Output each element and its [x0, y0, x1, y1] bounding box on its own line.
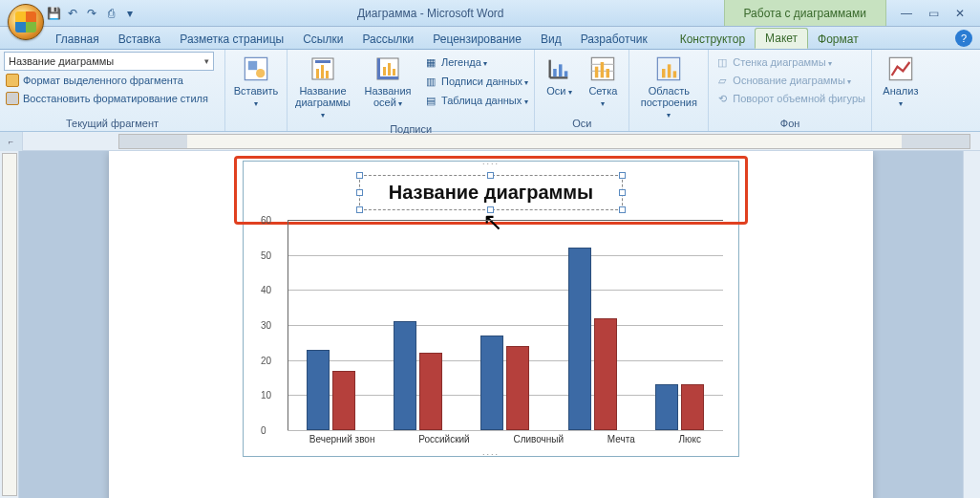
- chart-title-label: Название диаграммы: [295, 85, 351, 119]
- group-analysis: Анализ: [872, 50, 929, 131]
- data-table-label: Таблица данных: [441, 95, 528, 106]
- svg-rect-16: [554, 69, 558, 76]
- bar[interactable]: [394, 321, 416, 430]
- minimize-button[interactable]: —: [896, 5, 917, 22]
- y-tick-label: 40: [261, 285, 271, 295]
- reset-style-button[interactable]: Восстановить форматирование стиля: [4, 90, 221, 107]
- print-icon[interactable]: ⎙: [103, 6, 118, 21]
- chart-title-text[interactable]: Название диаграммы: [389, 182, 593, 203]
- data-labels-icon: ▥: [423, 74, 438, 89]
- bar-group: [568, 220, 617, 430]
- insert-button[interactable]: Вставить: [229, 52, 283, 111]
- bar-group: [655, 220, 704, 430]
- restore-button[interactable]: ▭: [923, 5, 944, 22]
- chart-element-selector-value: Название диаграммы: [9, 55, 114, 67]
- svg-rect-7: [326, 71, 329, 78]
- chart-object[interactable]: Название диаграммы ↖ 0102030405060 Вечер…: [243, 161, 739, 457]
- office-button[interactable]: [8, 4, 44, 40]
- bar-group: [307, 220, 355, 430]
- axis-titles-button[interactable]: Названия осей: [356, 52, 419, 111]
- tab-format[interactable]: Формат: [808, 30, 868, 49]
- chart-plot-area[interactable]: 0102030405060: [288, 220, 723, 430]
- window-title: Диаграмма - Microsoft Word: [138, 7, 724, 20]
- group-axes-label: Оси: [539, 117, 625, 131]
- axes-icon: [544, 54, 573, 83]
- format-selection-label: Формат выделенного фрагмента: [23, 75, 183, 86]
- bar[interactable]: [506, 346, 529, 430]
- tab-home[interactable]: Главная: [46, 30, 109, 49]
- bar[interactable]: [681, 384, 704, 430]
- bar[interactable]: [480, 336, 503, 430]
- context-title: Работа с диаграммами: [724, 0, 887, 26]
- ribbon: Название диаграммы Формат выделенного фр…: [0, 50, 980, 132]
- tab-page-layout[interactable]: Разметка страницы: [170, 30, 293, 49]
- svg-point-2: [256, 69, 265, 77]
- tab-insert[interactable]: Вставка: [109, 30, 171, 49]
- data-labels-button[interactable]: ▥Подписи данных: [421, 73, 530, 90]
- data-table-button[interactable]: ▤Таблица данных: [421, 92, 530, 109]
- rotation-3d-label: Поворот объемной фигуры: [733, 93, 865, 104]
- gridlines-button[interactable]: Сетка: [581, 52, 625, 111]
- chart-title-button[interactable]: Название диаграммы: [291, 52, 354, 122]
- group-background-label: Фон: [713, 117, 867, 131]
- bars-container: [288, 220, 723, 430]
- group-insert: Вставить: [225, 50, 288, 131]
- save-icon[interactable]: 💾: [46, 6, 61, 21]
- svg-rect-6: [321, 65, 324, 78]
- close-button[interactable]: ✕: [949, 5, 970, 22]
- page: Название диаграммы ↖ 0102030405060 Вечер…: [109, 151, 873, 498]
- svg-rect-24: [607, 69, 610, 77]
- analysis-button[interactable]: Анализ: [876, 52, 926, 111]
- vertical-ruler[interactable]: [0, 151, 19, 498]
- legend-label: Легенда: [441, 56, 487, 68]
- axis-titles-label: Названия осей: [362, 85, 414, 108]
- plot-area-button[interactable]: Область построения: [633, 52, 704, 122]
- svg-rect-12: [388, 63, 391, 76]
- chart-title-box[interactable]: Название диаграммы: [359, 175, 623, 210]
- tab-review[interactable]: Рецензирование: [423, 30, 531, 49]
- tab-developer[interactable]: Разработчик: [571, 30, 657, 49]
- redo-icon[interactable]: ↷: [84, 6, 99, 21]
- bar[interactable]: [307, 350, 330, 430]
- chart-wall-button: ◫Стенка диаграммы: [713, 54, 867, 71]
- bar[interactable]: [655, 384, 678, 430]
- tab-references[interactable]: Ссылки: [293, 30, 352, 49]
- svg-rect-23: [601, 62, 605, 77]
- qat-more-icon[interactable]: ▾: [122, 6, 138, 21]
- svg-rect-9: [377, 58, 380, 79]
- chart-element-selector[interactable]: Название диаграммы: [4, 52, 214, 71]
- undo-icon[interactable]: ↶: [65, 6, 80, 21]
- chart-title-icon: [309, 54, 337, 83]
- window-controls: — ▭ ✕: [886, 5, 980, 22]
- bar-group: [394, 220, 442, 430]
- bar[interactable]: [332, 371, 355, 430]
- legend-button[interactable]: ▦Легенда: [421, 54, 530, 71]
- svg-rect-11: [383, 67, 386, 76]
- group-current-fragment: Название диаграммы Формат выделенного фр…: [0, 50, 225, 131]
- gridline: [288, 430, 723, 431]
- ribbon-tabs: Главная Вставка Разметка страницы Ссылки…: [0, 27, 980, 50]
- bar[interactable]: [568, 248, 591, 430]
- svg-rect-18: [565, 71, 568, 76]
- help-icon[interactable]: ?: [955, 30, 972, 47]
- bar[interactable]: [594, 318, 617, 430]
- tab-design[interactable]: Конструктор: [671, 30, 755, 49]
- axis-titles-icon: [373, 54, 402, 83]
- document-area[interactable]: Название диаграммы ↖ 0102030405060 Вечер…: [19, 151, 963, 498]
- tab-layout[interactable]: Макет: [755, 28, 808, 49]
- bar[interactable]: [419, 353, 442, 430]
- data-table-icon: ▤: [423, 93, 438, 108]
- plot-area-icon: [654, 54, 683, 83]
- axes-button[interactable]: Оси: [539, 52, 579, 99]
- horizontal-ruler[interactable]: [118, 134, 970, 149]
- svg-rect-5: [316, 69, 319, 78]
- chart-wall-icon: ◫: [714, 54, 730, 70]
- vertical-scrollbar[interactable]: [963, 151, 980, 498]
- tab-mailings[interactable]: Рассылки: [352, 30, 423, 49]
- tab-view[interactable]: Вид: [531, 30, 571, 49]
- ruler-corner[interactable]: ⌐: [0, 132, 23, 151]
- title-bar: 💾 ↶ ↷ ⎙ ▾ Диаграмма - Microsoft Word Раб…: [0, 0, 980, 27]
- group-plot-area: Область построения: [629, 50, 709, 131]
- group-axes: Оси Сетка Оси: [535, 50, 629, 131]
- format-selection-button[interactable]: Формат выделенного фрагмента: [4, 72, 221, 89]
